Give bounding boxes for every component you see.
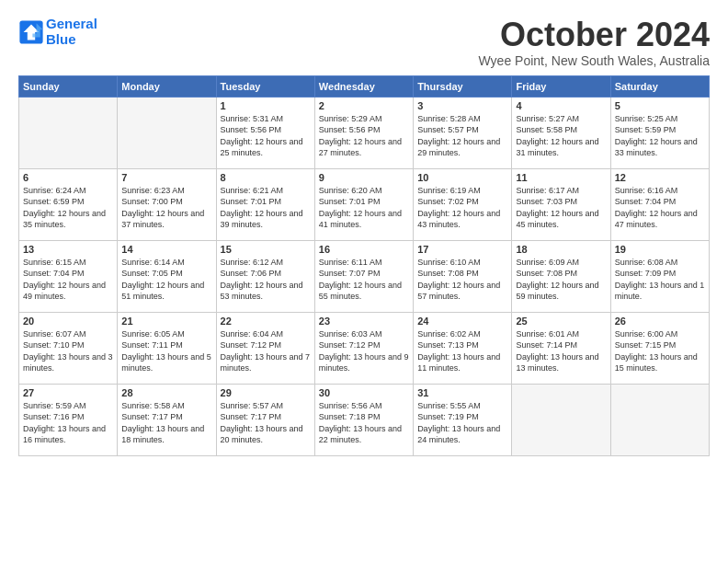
week-row-3: 20Sunrise: 6:07 AM Sunset: 7:10 PM Dayli…	[19, 312, 710, 384]
weekday-header-thursday: Thursday	[414, 75, 512, 97]
day-info: Sunrise: 5:29 AM Sunset: 5:56 PM Dayligh…	[319, 113, 409, 159]
day-number: 13	[23, 244, 113, 255]
day-number: 28	[121, 387, 211, 398]
day-number: 10	[417, 172, 507, 183]
day-number: 15	[221, 244, 311, 255]
calendar-cell: 1Sunrise: 5:31 AM Sunset: 5:56 PM Daylig…	[216, 97, 314, 168]
calendar-cell: 14Sunrise: 6:14 AM Sunset: 7:05 PM Dayli…	[118, 240, 216, 312]
weekday-header-monday: Monday	[118, 75, 216, 97]
day-info: Sunrise: 5:56 AM Sunset: 7:18 PM Dayligh…	[319, 400, 409, 446]
day-info: Sunrise: 5:59 AM Sunset: 7:16 PM Dayligh…	[23, 400, 113, 446]
day-info: Sunrise: 6:11 AM Sunset: 7:07 PM Dayligh…	[319, 257, 409, 303]
day-info: Sunrise: 5:57 AM Sunset: 7:17 PM Dayligh…	[221, 400, 311, 446]
day-info: Sunrise: 6:19 AM Sunset: 7:02 PM Dayligh…	[417, 185, 507, 231]
day-number: 21	[121, 316, 211, 327]
weekday-header-tuesday: Tuesday	[216, 75, 314, 97]
day-info: Sunrise: 6:09 AM Sunset: 7:08 PM Dayligh…	[516, 257, 606, 303]
week-row-1: 6Sunrise: 6:24 AM Sunset: 6:59 PM Daylig…	[19, 168, 710, 240]
day-info: Sunrise: 5:27 AM Sunset: 5:58 PM Dayligh…	[516, 113, 606, 159]
calendar-cell: 29Sunrise: 5:57 AM Sunset: 7:17 PM Dayli…	[216, 384, 314, 455]
week-row-2: 13Sunrise: 6:15 AM Sunset: 7:04 PM Dayli…	[19, 240, 710, 312]
day-info: Sunrise: 6:07 AM Sunset: 7:10 PM Dayligh…	[23, 328, 113, 374]
calendar-cell: 22Sunrise: 6:04 AM Sunset: 7:12 PM Dayli…	[216, 312, 314, 384]
day-info: Sunrise: 6:02 AM Sunset: 7:13 PM Dayligh…	[417, 328, 507, 374]
calendar-cell: 11Sunrise: 6:17 AM Sunset: 7:03 PM Dayli…	[512, 168, 610, 240]
day-info: Sunrise: 6:05 AM Sunset: 7:11 PM Dayligh…	[121, 328, 211, 374]
day-info: Sunrise: 6:08 AM Sunset: 7:09 PM Dayligh…	[615, 257, 705, 303]
calendar-cell	[19, 97, 118, 168]
calendar-cell: 15Sunrise: 6:12 AM Sunset: 7:06 PM Dayli…	[216, 240, 314, 312]
calendar-cell: 3Sunrise: 5:28 AM Sunset: 5:57 PM Daylig…	[414, 97, 512, 168]
calendar-cell: 8Sunrise: 6:21 AM Sunset: 7:01 PM Daylig…	[216, 168, 314, 240]
day-info: Sunrise: 6:16 AM Sunset: 7:04 PM Dayligh…	[615, 185, 705, 231]
calendar-title: October 2024	[479, 17, 710, 53]
calendar-cell: 24Sunrise: 6:02 AM Sunset: 7:13 PM Dayli…	[414, 312, 512, 384]
day-number: 17	[417, 244, 507, 255]
logo: General Blue	[18, 17, 97, 47]
day-info: Sunrise: 5:58 AM Sunset: 7:17 PM Dayligh…	[121, 400, 211, 446]
day-number: 30	[319, 387, 409, 398]
day-number: 12	[615, 172, 705, 183]
calendar-cell: 21Sunrise: 6:05 AM Sunset: 7:11 PM Dayli…	[118, 312, 216, 384]
calendar-cell: 19Sunrise: 6:08 AM Sunset: 7:09 PM Dayli…	[610, 240, 709, 312]
day-number: 3	[417, 100, 507, 111]
day-number: 22	[221, 316, 311, 327]
page: General Blue October 2024 Wyee Point, Ne…	[0, 0, 728, 563]
calendar-cell: 27Sunrise: 5:59 AM Sunset: 7:16 PM Dayli…	[19, 384, 118, 455]
week-row-0: 1Sunrise: 5:31 AM Sunset: 5:56 PM Daylig…	[19, 97, 710, 168]
calendar-cell: 20Sunrise: 6:07 AM Sunset: 7:10 PM Dayli…	[19, 312, 118, 384]
calendar-cell: 5Sunrise: 5:25 AM Sunset: 5:59 PM Daylig…	[610, 97, 709, 168]
day-number: 5	[615, 100, 705, 111]
calendar-cell: 31Sunrise: 5:55 AM Sunset: 7:19 PM Dayli…	[414, 384, 512, 455]
day-info: Sunrise: 6:24 AM Sunset: 6:59 PM Dayligh…	[23, 185, 113, 231]
day-info: Sunrise: 6:12 AM Sunset: 7:06 PM Dayligh…	[221, 257, 311, 303]
calendar-cell: 17Sunrise: 6:10 AM Sunset: 7:08 PM Dayli…	[414, 240, 512, 312]
day-number: 27	[23, 387, 113, 398]
calendar-cell: 25Sunrise: 6:01 AM Sunset: 7:14 PM Dayli…	[512, 312, 610, 384]
day-info: Sunrise: 5:25 AM Sunset: 5:59 PM Dayligh…	[615, 113, 705, 159]
logo-line1: General	[46, 16, 97, 31]
weekday-header-wednesday: Wednesday	[314, 75, 413, 97]
day-info: Sunrise: 6:01 AM Sunset: 7:14 PM Dayligh…	[516, 328, 606, 374]
day-number: 9	[319, 172, 409, 183]
calendar-cell: 18Sunrise: 6:09 AM Sunset: 7:08 PM Dayli…	[512, 240, 610, 312]
day-info: Sunrise: 5:31 AM Sunset: 5:56 PM Dayligh…	[221, 113, 311, 159]
header: General Blue October 2024 Wyee Point, Ne…	[18, 17, 710, 68]
day-number: 20	[23, 316, 113, 327]
day-number: 7	[121, 172, 211, 183]
day-info: Sunrise: 6:03 AM Sunset: 7:12 PM Dayligh…	[319, 328, 409, 374]
calendar-cell	[118, 97, 216, 168]
day-info: Sunrise: 6:17 AM Sunset: 7:03 PM Dayligh…	[516, 185, 606, 231]
day-number: 25	[516, 316, 606, 327]
calendar-cell: 26Sunrise: 6:00 AM Sunset: 7:15 PM Dayli…	[610, 312, 709, 384]
calendar-subtitle: Wyee Point, New South Wales, Australia	[479, 53, 710, 68]
calendar-cell	[610, 384, 709, 455]
day-number: 2	[319, 100, 409, 111]
day-info: Sunrise: 6:23 AM Sunset: 7:00 PM Dayligh…	[121, 185, 211, 231]
day-number: 26	[615, 316, 705, 327]
weekday-header-friday: Friday	[512, 75, 610, 97]
day-number: 8	[221, 172, 311, 183]
day-info: Sunrise: 6:00 AM Sunset: 7:15 PM Dayligh…	[615, 328, 705, 374]
day-number: 6	[23, 172, 113, 183]
day-number: 23	[319, 316, 409, 327]
calendar-table: SundayMondayTuesdayWednesdayThursdayFrid…	[18, 75, 710, 456]
calendar-cell: 23Sunrise: 6:03 AM Sunset: 7:12 PM Dayli…	[314, 312, 413, 384]
day-info: Sunrise: 6:15 AM Sunset: 7:04 PM Dayligh…	[23, 257, 113, 303]
calendar-cell: 30Sunrise: 5:56 AM Sunset: 7:18 PM Dayli…	[314, 384, 413, 455]
week-row-4: 27Sunrise: 5:59 AM Sunset: 7:16 PM Dayli…	[19, 384, 710, 455]
day-info: Sunrise: 6:20 AM Sunset: 7:01 PM Dayligh…	[319, 185, 409, 231]
calendar-cell: 10Sunrise: 6:19 AM Sunset: 7:02 PM Dayli…	[414, 168, 512, 240]
calendar-cell: 9Sunrise: 6:20 AM Sunset: 7:01 PM Daylig…	[314, 168, 413, 240]
day-number: 24	[417, 316, 507, 327]
calendar-cell: 2Sunrise: 5:29 AM Sunset: 5:56 PM Daylig…	[314, 97, 413, 168]
day-number: 1	[221, 100, 311, 111]
weekday-header-sunday: Sunday	[19, 75, 118, 97]
logo-text: General Blue	[46, 17, 97, 47]
day-info: Sunrise: 6:21 AM Sunset: 7:01 PM Dayligh…	[221, 185, 311, 231]
weekday-header-row: SundayMondayTuesdayWednesdayThursdayFrid…	[19, 75, 710, 97]
day-info: Sunrise: 6:14 AM Sunset: 7:05 PM Dayligh…	[121, 257, 211, 303]
day-number: 14	[121, 244, 211, 255]
calendar-cell	[512, 384, 610, 455]
logo-icon	[18, 19, 44, 45]
